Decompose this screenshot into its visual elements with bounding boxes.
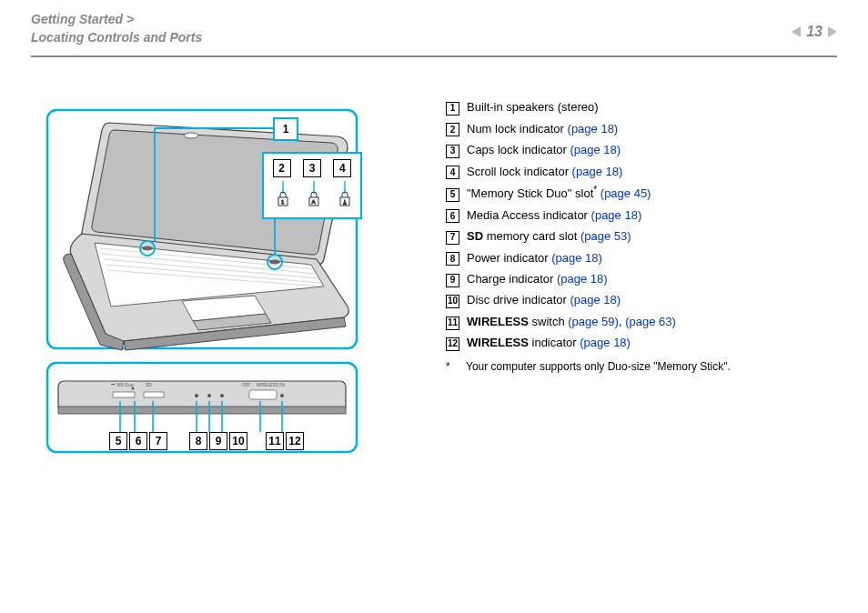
legend-number: 6	[446, 209, 459, 223]
legend-text: WIRELESS indicator (page 18)	[467, 333, 631, 352]
page-link[interactable]: (page 53)	[580, 229, 631, 243]
callout-label-2: 2	[273, 159, 291, 177]
callout-1: 1	[273, 117, 298, 141]
legend-number: 4	[446, 166, 459, 179]
callout-label-11: 11	[266, 432, 284, 450]
page-link[interactable]: (page 18)	[572, 165, 623, 178]
callout-label-8: 8	[189, 432, 207, 450]
page-link[interactable]: (page 18)	[591, 208, 642, 222]
legend-number: 11	[446, 317, 459, 330]
breadcrumb: Getting Started > Locating Controls and …	[31, 11, 202, 46]
legend-text: WIRELESS switch (page 59), (page 63)	[467, 312, 676, 331]
legend-text: Media Access indicator (page 18)	[467, 206, 641, 225]
legend-item: 10Disc drive indicator (page 18)	[446, 290, 837, 309]
callout-label-5: 5	[109, 432, 127, 450]
page-link[interactable]: (page 18)	[557, 272, 608, 286]
callout-label-4: 4	[333, 159, 351, 177]
legend-text: Num lock indicator (page 18)	[467, 119, 618, 138]
callout-indicators: 2 3 4 1 A ⤓	[262, 152, 362, 219]
svg-rect-17	[113, 392, 135, 397]
svg-point-22	[220, 394, 224, 397]
svg-point-21	[207, 394, 211, 397]
legend-item: 2Num lock indicator (page 18)	[446, 119, 837, 138]
legend-number: 1	[446, 102, 459, 116]
breadcrumb-line1: Getting Started >	[31, 11, 202, 29]
legend-number: 3	[446, 145, 459, 158]
legend-text: Built-in speakers (stereo)	[467, 97, 599, 116]
legend-item: 3Caps lock indicator (page 18)	[446, 140, 837, 159]
legend-number: 8	[446, 252, 459, 266]
svg-text:1: 1	[281, 199, 285, 205]
svg-rect-23	[249, 390, 277, 399]
breadcrumb-line2: Locating Controls and Ports	[31, 29, 202, 47]
callout-label-3: 3	[303, 159, 321, 177]
page-link[interactable]: (page 59)	[568, 315, 619, 328]
svg-rect-18	[144, 392, 164, 397]
legend-number: 5	[446, 188, 459, 202]
callout-label-12: 12	[286, 432, 304, 450]
page-link[interactable]: (page 18)	[568, 122, 619, 136]
svg-point-20	[195, 394, 198, 397]
svg-text:WIRELESS: WIRELESS	[257, 383, 278, 387]
page-link[interactable]: (page 45)	[601, 186, 651, 200]
svg-point-8	[269, 260, 280, 265]
svg-text:ON: ON	[278, 383, 285, 387]
svg-point-7	[142, 246, 153, 251]
legend: 1Built-in speakers (stereo)2Num lock ind…	[446, 95, 837, 477]
legend-number: 2	[446, 123, 459, 136]
legend-text: Power indicator (page 18)	[467, 248, 602, 267]
legend-item: 9Charge indicator (page 18)	[446, 269, 837, 288]
legend-item: 4Scroll lock indicator (page 18)	[446, 162, 837, 181]
svg-point-24	[280, 394, 284, 397]
svg-text:⤓: ⤓	[342, 199, 348, 206]
legend-number: 9	[446, 274, 459, 287]
page-number: 13	[806, 24, 823, 40]
next-page-icon[interactable]	[828, 26, 837, 37]
callout-bottom-row: 5 6 7 8 9 10 11 12	[109, 432, 304, 450]
legend-item: 8Power indicator (page 18)	[446, 248, 837, 267]
page-link[interactable]: (page 18)	[570, 143, 621, 156]
svg-rect-16	[58, 407, 346, 414]
legend-item: 7SD memory card slot (page 53)	[446, 226, 837, 246]
callout-label-1: 1	[277, 120, 295, 138]
legend-item: 6Media Access indicator (page 18)	[446, 206, 837, 225]
page-link[interactable]: (page 18)	[551, 251, 602, 265]
legend-text: Caps lock indicator (page 18)	[467, 140, 621, 159]
callout-label-7: 7	[149, 432, 167, 450]
legend-number: 10	[446, 295, 459, 308]
svg-text:A: A	[312, 199, 316, 205]
legend-text: Scroll lock indicator (page 18)	[467, 162, 622, 181]
svg-text:OFF: OFF	[242, 383, 250, 387]
legend-number: 7	[446, 231, 459, 245]
diagram: ⮕ MS Duo SD OFF WIRELESS ON	[45, 95, 419, 477]
legend-item: 5"Memory Stick Duo" slot* (page 45)	[446, 183, 837, 204]
legend-text: "Memory Stick Duo" slot* (page 45)	[467, 183, 651, 204]
svg-point-1	[184, 133, 198, 138]
legend-item: 12WIRELESS indicator (page 18)	[446, 333, 837, 352]
svg-text:SD: SD	[146, 382, 152, 387]
callout-label-9: 9	[209, 432, 227, 450]
footnote: *Your computer supports only Duo-size "M…	[446, 358, 837, 377]
page-link[interactable]: (page 18)	[580, 336, 631, 349]
svg-text:⮕ MS Duo: ⮕ MS Duo	[111, 382, 134, 387]
legend-text: Disc drive indicator (page 18)	[467, 290, 621, 309]
page-link[interactable]: (page 63)	[625, 315, 676, 328]
callout-label-6: 6	[129, 432, 147, 450]
legend-item: 11WIRELESS switch (page 59), (page 63)	[446, 312, 837, 331]
legend-number: 12	[446, 337, 459, 351]
legend-text: Charge indicator (page 18)	[467, 269, 608, 288]
legend-item: 1Built-in speakers (stereo)	[446, 97, 837, 116]
page-link[interactable]: (page 18)	[570, 293, 621, 306]
pager: 13	[792, 24, 837, 40]
prev-page-icon[interactable]	[792, 26, 801, 37]
callout-label-10: 10	[229, 432, 247, 450]
legend-text: SD memory card slot (page 53)	[467, 226, 631, 246]
